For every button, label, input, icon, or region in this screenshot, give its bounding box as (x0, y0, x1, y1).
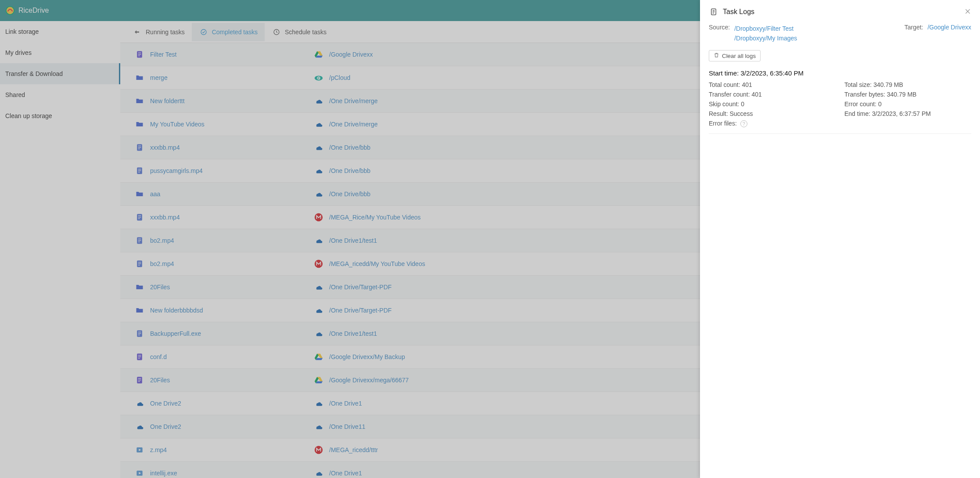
source-type-icon (135, 468, 144, 478)
target-provider-icon (314, 422, 323, 431)
source-type-icon (135, 399, 144, 408)
panel-title: Task Logs (723, 8, 960, 16)
document-icon (709, 7, 718, 17)
tab-schedule-tasks[interactable]: Schedule tasks (265, 23, 334, 41)
tab-label: Running tasks (146, 29, 185, 36)
target-provider-icon: P (314, 73, 323, 83)
source-type-icon (135, 96, 144, 106)
left-sidebar: Link storageMy drivesTransfer & Download… (0, 21, 120, 478)
tab-icon (133, 27, 142, 37)
svg-rect-23 (138, 216, 141, 216)
target-provider-icon (314, 143, 323, 152)
svg-rect-6 (138, 54, 141, 54)
brand-title: RiceDrive (18, 7, 49, 14)
source-name[interactable]: merge (150, 74, 308, 81)
help-icon[interactable]: ? (740, 120, 747, 127)
source-link-2[interactable]: /Dropboxyy/My Images (734, 33, 797, 43)
sidebar-item-link-storage[interactable]: Link storage (0, 21, 120, 42)
tab-label: Schedule tasks (285, 29, 327, 36)
target-provider-icon (314, 212, 323, 222)
source-name[interactable]: xxxbb.mp4 (150, 214, 308, 221)
svg-rect-5 (138, 53, 141, 53)
source-name[interactable]: 20Files (150, 377, 308, 384)
svg-point-2 (201, 29, 206, 35)
source-name[interactable]: bo2.mp4 (150, 237, 308, 244)
source-name[interactable]: 20Files (150, 284, 308, 291)
close-icon[interactable] (964, 8, 971, 16)
target-provider-icon (314, 282, 323, 292)
source-name[interactable]: One Drive2 (150, 423, 308, 430)
source-type-icon (135, 329, 144, 338)
source-type-icon (135, 119, 144, 129)
brand-logo-icon (5, 6, 15, 15)
svg-rect-38 (138, 333, 141, 334)
source-name[interactable]: xxxbb.mp4 (150, 144, 308, 151)
source-name[interactable]: My YouTube Videos (150, 121, 308, 128)
skip-count-value: 0 (741, 101, 744, 108)
svg-rect-17 (138, 149, 140, 149)
source-link-1[interactable]: /Dropboxyy/Filter Test (734, 24, 797, 33)
total-size-value: 340.79 MB (873, 81, 903, 88)
source-name[interactable]: Filter Test (150, 51, 308, 58)
source-name[interactable]: conf.d (150, 353, 308, 360)
svg-rect-43 (138, 358, 140, 359)
svg-marker-10 (316, 56, 323, 58)
source-name[interactable]: z.mp4 (150, 446, 308, 453)
sidebar-item-shared[interactable]: Shared (0, 84, 120, 105)
transfer-count-label: Transfer count: (709, 91, 750, 98)
tab-label: Completed tasks (212, 29, 258, 36)
sidebar-item-transfer-download[interactable]: Transfer & Download (0, 63, 120, 84)
svg-rect-39 (138, 335, 140, 335)
source-name[interactable]: New folderttt (150, 97, 308, 104)
target-provider-icon (314, 468, 323, 478)
svg-rect-29 (138, 240, 141, 241)
svg-rect-50 (138, 381, 140, 382)
total-size-label: Total size: (844, 81, 872, 88)
source-type-icon (135, 166, 144, 176)
source-name[interactable]: intellij.exe (150, 470, 308, 477)
tab-icon (272, 27, 281, 37)
total-count-value: 401 (742, 81, 752, 88)
transfer-count-value: 401 (752, 91, 762, 98)
source-type-icon (135, 73, 144, 83)
svg-rect-28 (138, 239, 141, 239)
clear-logs-button[interactable]: Clear all logs (709, 50, 761, 61)
result-label: Result: (709, 110, 728, 117)
source-type-icon (135, 305, 144, 315)
sidebar-item-my-drives[interactable]: My drives (0, 42, 120, 63)
source-name[interactable]: BackupperFull.exe (150, 330, 308, 337)
target-provider-icon (314, 305, 323, 315)
svg-rect-25 (138, 219, 140, 219)
sidebar-item-clean-up-storage[interactable]: Clean up storage (0, 105, 120, 126)
target-provider-icon (314, 236, 323, 245)
transfer-bytes-label: Transfer bytes: (844, 91, 885, 98)
tab-running-tasks[interactable]: Running tasks (126, 23, 192, 41)
target-provider-icon (314, 50, 323, 59)
svg-rect-42 (138, 356, 141, 357)
source-name[interactable]: One Drive2 (150, 400, 308, 407)
svg-rect-24 (138, 217, 141, 217)
target-provider-icon (314, 375, 323, 385)
start-time-value: 3/2/2023, 6:35:40 PM (741, 69, 804, 77)
error-count-label: Error count: (844, 101, 876, 108)
start-time-label: Start time: (709, 69, 739, 77)
source-type-icon (135, 259, 144, 269)
target-provider-icon (314, 119, 323, 129)
end-time-label: End time: (844, 110, 870, 117)
target-link[interactable]: /Google Drivexx (927, 24, 971, 31)
source-name[interactable]: bo2.mp4 (150, 260, 308, 267)
end-time-value: 3/2/2023, 6:37:57 PM (872, 110, 931, 117)
tab-completed-tasks[interactable]: Completed tasks (192, 23, 265, 41)
target-label: Target: (905, 24, 923, 31)
source-name[interactable]: pussycamgirls.mp4 (150, 167, 308, 174)
source-name[interactable]: aaa (150, 190, 308, 198)
target-provider-icon (314, 96, 323, 106)
clear-logs-label: Clear all logs (722, 53, 756, 59)
source-name[interactable]: New folderbbbbdsd (150, 307, 308, 314)
source-type-icon (135, 375, 144, 385)
source-type-icon (135, 50, 144, 59)
target-provider-icon (314, 259, 323, 269)
svg-rect-20 (138, 170, 141, 171)
svg-marker-53 (316, 381, 323, 384)
target-provider-icon (314, 399, 323, 408)
